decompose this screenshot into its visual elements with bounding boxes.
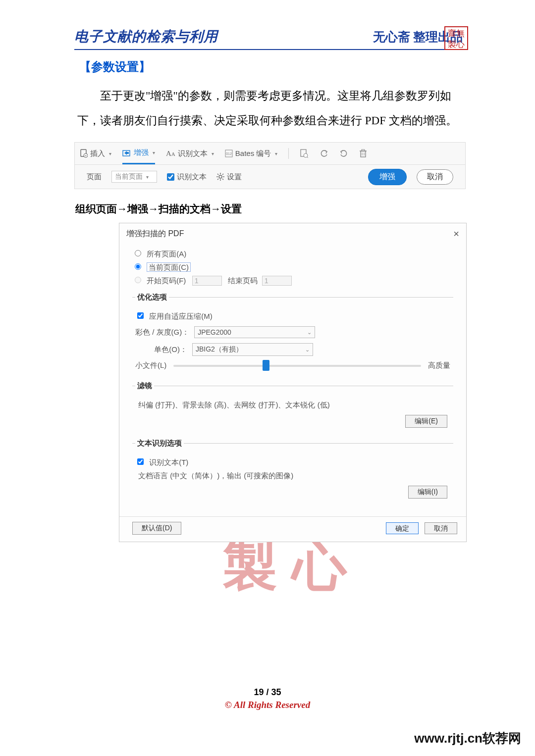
caret-icon: ▾ (275, 151, 277, 156)
tb-settings[interactable]: 设置 (216, 172, 242, 182)
acrobat-toolbar: + 插入▾ 增强▾ AA 识别文本▾ 012 Bates 编号▾ (74, 142, 466, 189)
radio-current-page[interactable]: 当前页面(C) (132, 262, 453, 272)
page-search-icon[interactable] (300, 149, 309, 158)
undo-icon[interactable] (320, 149, 328, 158)
optimize-legend: 优化选项 (135, 293, 169, 302)
bates-icon: 012 (225, 150, 233, 157)
page-number: 19 / 35 (0, 687, 535, 698)
tb-bates[interactable]: 012 Bates 编号▾ (225, 149, 278, 158)
page-label: 页面 (87, 172, 102, 182)
filter-group: 滤镜 纠偏 (打开)、背景去除 (高)、去网纹 (打开)、文本锐化 (低) 编辑… (132, 381, 453, 432)
svg-point-7 (304, 153, 308, 157)
tb-bates-label: Bates 编号 (235, 149, 271, 158)
site-watermark: www.rjtj.cn软荐网 (414, 730, 521, 747)
doc-header: 电子文献的检索与利用 无心斋 整理出品 齋無 製心 (74, 27, 466, 50)
tb-insert[interactable]: + 插入▾ (80, 149, 111, 158)
cancel-button[interactable]: 取消 (417, 169, 453, 185)
recognize-text-checkbox[interactable]: 识别文本 (167, 172, 207, 182)
body-paragraph: 至于更改"增强"的参数，则需要考虑更多情况。这里将几组参数罗列如下，读者朋友们自… (77, 84, 463, 133)
section-heading: 【参数设置】 (79, 59, 466, 75)
gear-icon (216, 173, 224, 181)
textrec-info: 文档语言 (中文（简体）)，输出 (可搜索的图像) (138, 471, 450, 481)
chevron-down-icon: ⌄ (305, 347, 310, 353)
radio-all-pages[interactable]: 所有页面(A) (132, 249, 453, 259)
mono-label: 单色(O)： (135, 345, 187, 354)
slider-small-label: 小文件(L) (135, 361, 166, 370)
dialog-cancel-button[interactable]: 取消 (425, 522, 457, 534)
svg-point-14 (219, 175, 222, 178)
svg-line-21 (217, 179, 218, 180)
tb-recognize-label: 识别文本 (178, 149, 208, 158)
svg-rect-13 (362, 150, 365, 151)
enhance-scan-dialog: 增强扫描的 PDF × 所有页面(A) 当前页面(C) 开始页码(F) 结束页码… (119, 223, 467, 542)
doc-title: 电子文献的检索与利用 (74, 27, 218, 46)
caret-icon: ▾ (212, 151, 214, 156)
text-aa-icon: AA (166, 150, 175, 158)
filter-legend: 滤镜 (135, 381, 154, 391)
tb-insert-label: 插入 (90, 149, 105, 158)
close-icon[interactable]: × (453, 228, 459, 240)
optimize-group: 优化选项 应用自适应压缩(M) 彩色 / 灰度(G)： JPEG2000⌄ 单色… (132, 293, 453, 374)
trash-icon[interactable] (359, 149, 367, 158)
textrec-legend: 文本识别选项 (135, 439, 184, 448)
adaptive-compress-checkbox[interactable]: 应用自适应压缩(M) (135, 311, 450, 321)
svg-rect-9 (361, 151, 366, 157)
text-recognition-group: 文本识别选项 识别文本(T) 文档语言 (中文（简体）)，输出 (可搜索的图像)… (132, 439, 453, 503)
breadcrumb: 组织页面→增强→扫描的文档→设置 (75, 202, 466, 216)
filter-summary: 纠偏 (打开)、背景去除 (高)、去网纹 (打开)、文本锐化 (低) (138, 401, 450, 410)
copyright: © All Rights Reserved (0, 700, 535, 710)
svg-text:+: + (85, 153, 87, 158)
enhance-button[interactable]: 增强 (368, 169, 407, 185)
end-page-label: 结束页码 (228, 276, 258, 285)
textrec-edit-button[interactable]: 编辑(I) (408, 486, 447, 499)
recognize-checkbox-input[interactable] (167, 173, 174, 181)
caret-icon: ▾ (146, 174, 149, 180)
page-select[interactable]: 当前页面 ▾ (111, 171, 157, 183)
caret-icon: ▾ (109, 151, 111, 156)
svg-line-8 (307, 157, 308, 158)
end-page-input[interactable] (262, 276, 292, 286)
svg-text:012: 012 (226, 152, 232, 155)
defaults-button[interactable]: 默认值(D) (132, 522, 181, 535)
filter-edit-button[interactable]: 编辑(E) (405, 415, 447, 428)
slider-thumb[interactable] (263, 360, 269, 371)
seal-stamp: 齋無 製心 (444, 26, 468, 50)
dialog-title: 增强扫描的 PDF (126, 229, 184, 239)
tb-recognize-text[interactable]: AA 识别文本▾ (166, 149, 214, 158)
enhance-icon (122, 149, 131, 157)
tb-enhance-label: 增强 (134, 148, 149, 157)
chevron-down-icon: ⌄ (307, 329, 312, 336)
mono-select[interactable]: JBIG2（有损）⌄ (192, 343, 313, 356)
start-page-input[interactable] (192, 276, 222, 286)
textrec-checkbox[interactable]: 识别文本(T) (135, 457, 450, 467)
separator (288, 148, 289, 159)
quality-slider[interactable] (173, 365, 421, 367)
watermark: 製心 (223, 539, 362, 593)
caret-icon: ▾ (153, 150, 155, 155)
color-gray-label: 彩色 / 灰度(G)： (135, 328, 189, 337)
svg-line-20 (222, 179, 223, 180)
radio-start-page[interactable]: 开始页码(F) 结束页码 (132, 275, 453, 286)
color-gray-select[interactable]: JPEG2000⌄ (194, 326, 315, 338)
redo-icon[interactable] (339, 149, 348, 158)
svg-line-22 (222, 174, 223, 175)
tb-enhance[interactable]: 增强▾ (122, 143, 155, 164)
svg-line-19 (217, 174, 218, 175)
slider-high-label: 高质量 (428, 361, 450, 370)
page-plus-icon: + (80, 149, 88, 158)
ok-button[interactable]: 确定 (386, 522, 419, 534)
page-footer: 19 / 35 © All Rights Reserved (0, 687, 535, 710)
